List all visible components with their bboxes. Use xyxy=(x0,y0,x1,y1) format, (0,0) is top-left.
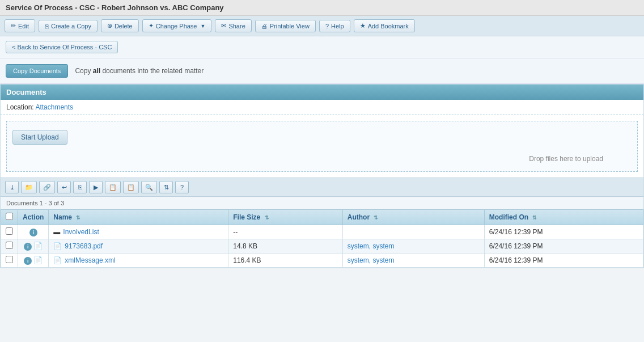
pdf-type-icon: 📄 xyxy=(53,242,62,250)
edit-button[interactable]: ✏ Edit xyxy=(5,19,35,32)
table-row: i▬InvolvedList--6/24/16 12:39 PM xyxy=(1,225,643,239)
start-upload-button[interactable]: Start Upload xyxy=(12,130,67,145)
folder-icon: 📁 xyxy=(25,184,33,191)
checkin-icon: 📋 xyxy=(109,184,117,191)
row-filesize-cell: 14.8 KB xyxy=(228,239,343,254)
row-author-cell: system, system xyxy=(342,254,484,268)
change-phase-button[interactable]: ✦ Change Phase ▼ xyxy=(142,19,212,32)
download-tool-button[interactable]: ⤓ xyxy=(5,181,19,193)
row-filesize-cell: 116.4 KB xyxy=(228,254,343,268)
author-link[interactable]: system, system xyxy=(348,242,395,250)
help-icon: ? xyxy=(325,23,329,29)
location-bar: Location: Attachments xyxy=(1,100,643,115)
row-modified-cell: 6/24/16 12:39 PM xyxy=(484,239,643,254)
sort-tool-button[interactable]: ⇅ xyxy=(159,181,173,193)
share-button[interactable]: ✉ Share xyxy=(215,19,251,32)
filesize-column-header[interactable]: File Size ⇅ xyxy=(228,210,343,225)
documents-table: Action Name ⇅ File Size ⇅ Author ⇅ Modif… xyxy=(1,209,643,268)
document-toolbar: ⤓ 📁 🔗 ↩ ⎘ ▶ 📋 📋 🔍 ⇅ ? xyxy=(1,178,643,197)
action-column-header: Action xyxy=(18,210,49,225)
file-name-link[interactable]: InvolvedList xyxy=(63,228,99,236)
author-column-header[interactable]: Author ⇅ xyxy=(342,210,484,225)
row-action-cell: i📄 xyxy=(18,254,49,268)
phase-icon: ✦ xyxy=(149,22,154,29)
delete-icon: ⊗ xyxy=(107,22,112,29)
folder-type-icon: ▬ xyxy=(53,228,60,236)
bookmark-icon: ★ xyxy=(360,22,366,29)
edit-icon: ✏ xyxy=(11,22,16,29)
search-tool-button[interactable]: 🔍 xyxy=(141,181,157,193)
checkout-tool-button[interactable]: 📋 xyxy=(123,181,139,193)
author-link[interactable]: system, system xyxy=(348,256,395,264)
search-doc-icon: 🔍 xyxy=(145,184,153,191)
file-name-link[interactable]: xmlMessage.xml xyxy=(65,256,115,264)
row-action-cell: i xyxy=(18,225,49,239)
modified-sort-icon: ⇅ xyxy=(532,215,537,221)
select-all-checkbox[interactable] xyxy=(6,213,13,220)
info-icon[interactable]: i xyxy=(24,257,32,265)
copy-docs-bar: Copy Documents Copy all documents into t… xyxy=(0,58,644,84)
documents-section: Documents Location: Attachments Start Up… xyxy=(0,84,644,268)
row-name-cell: ▬InvolvedList xyxy=(49,225,228,239)
row-name-cell: 📄9173683.pdf xyxy=(49,239,228,254)
copy-icon: ⎘ xyxy=(45,23,49,29)
copy-docs-description: Copy all documents into the related matt… xyxy=(75,67,204,75)
add-bookmark-button[interactable]: ★ Add Bookmark xyxy=(354,19,415,32)
checkin-tool-button[interactable]: 📋 xyxy=(105,181,121,193)
print-icon: 🖨 xyxy=(261,23,268,29)
row-author-cell: system, system xyxy=(342,239,484,254)
link-tool-button[interactable]: 🔗 xyxy=(39,181,55,193)
row-author-cell xyxy=(342,225,484,239)
row-modified-cell: 6/24/16 12:39 PM xyxy=(484,225,643,239)
back-bar: < Back to Service Of Process - CSC xyxy=(0,36,644,58)
row-checkbox[interactable] xyxy=(6,242,13,249)
printable-view-button[interactable]: 🖨 Printable View xyxy=(255,20,316,32)
name-column-header[interactable]: Name ⇅ xyxy=(49,210,228,225)
documents-header: Documents xyxy=(1,85,643,100)
row-checkbox[interactable] xyxy=(6,227,13,235)
back-link[interactable]: < Back to Service Of Process - CSC xyxy=(6,41,118,53)
delete-button[interactable]: ⊗ Delete xyxy=(101,19,139,32)
row-checkbox-cell xyxy=(1,254,18,268)
share-icon: ✉ xyxy=(221,22,226,29)
row-checkbox[interactable] xyxy=(6,256,13,263)
xml-type-icon: 📄 xyxy=(53,256,62,264)
page-title: Service Of Process - CSC - Robert Johnso… xyxy=(6,3,224,12)
copy-doc-icon: ⎘ xyxy=(78,184,82,191)
share-tool-button[interactable]: ↩ xyxy=(57,181,71,193)
sort-icon: ⇅ xyxy=(164,184,169,191)
share-doc-icon: ↩ xyxy=(62,184,67,191)
link-icon: 🔗 xyxy=(43,184,51,191)
help-tool-button[interactable]: ? xyxy=(175,181,189,193)
copy-documents-button[interactable]: Copy Documents xyxy=(6,64,68,78)
row-modified-cell: 6/24/16 12:39 PM xyxy=(484,254,643,268)
name-sort-icon: ⇅ xyxy=(76,215,80,221)
file-action-icon[interactable]: 📄 xyxy=(33,256,43,264)
info-icon[interactable]: i xyxy=(29,229,37,237)
docs-count: Documents 1 - 3 of 3 xyxy=(1,197,643,209)
checkbox-header xyxy=(1,210,18,225)
filesize-sort-icon: ⇅ xyxy=(265,215,269,221)
drop-files-text: Drop files here to upload xyxy=(529,155,603,163)
row-checkbox-cell xyxy=(1,239,18,254)
copy-tool-button[interactable]: ⎘ xyxy=(73,181,87,193)
row-checkbox-cell xyxy=(1,225,18,239)
folder-tool-button[interactable]: 📁 xyxy=(21,181,37,193)
table-row: i📄📄9173683.pdf14.8 KBsystem, system6/24/… xyxy=(1,239,643,254)
modified-column-header[interactable]: Modified On ⇅ xyxy=(484,210,643,225)
move-doc-icon: ▶ xyxy=(94,184,98,191)
help-doc-icon: ? xyxy=(180,184,184,191)
upload-area: Start Upload Drop files here to upload xyxy=(6,121,638,172)
toolbar: ✏ Edit ⎘ Create a Copy ⊗ Delete ✦ Change… xyxy=(0,16,644,36)
help-button[interactable]: ? Help xyxy=(319,20,350,32)
attachments-link[interactable]: Attachments xyxy=(35,103,73,111)
title-bar: Service Of Process - CSC - Robert Johnso… xyxy=(0,0,644,16)
info-icon[interactable]: i xyxy=(24,243,32,251)
file-action-icon[interactable]: 📄 xyxy=(33,242,43,250)
create-copy-button[interactable]: ⎘ Create a Copy xyxy=(39,20,98,32)
table-row: i📄📄xmlMessage.xml116.4 KBsystem, system6… xyxy=(1,254,643,268)
move-tool-button[interactable]: ▶ xyxy=(89,181,103,193)
checkout-icon: 📋 xyxy=(127,184,135,191)
file-name-link[interactable]: 9173683.pdf xyxy=(65,242,103,250)
author-sort-icon: ⇅ xyxy=(374,215,378,221)
